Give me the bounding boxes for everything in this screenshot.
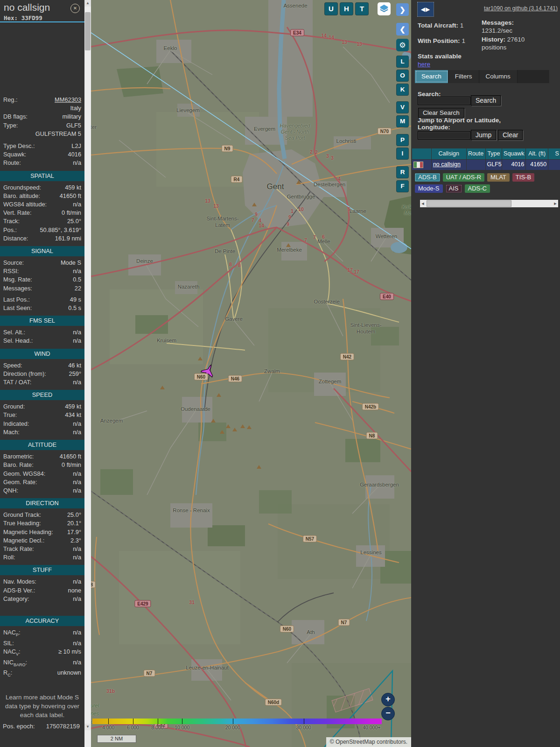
detail-label: Category: [3,595,29,603]
osm-attribution[interactable]: © OpenStreetMap contributors. [326,737,411,747]
map-button-u[interactable]: U [325,3,337,15]
sidebar-scrollbar[interactable]: ▲ ▼ [84,0,91,747]
search-button[interactable]: Search [471,95,501,106]
clear-search-button[interactable]: Clear Search [418,108,464,118]
scroll-down-icon[interactable]: ▼ [84,724,91,730]
map-button-p[interactable]: P [397,134,408,146]
detail-value: n/a [73,658,81,669]
search-input[interactable] [418,97,470,105]
map-button-v[interactable]: V [397,102,408,113]
detail-value[interactable]: MM62303 [55,96,81,104]
detail-row: Ground Track:25.0° [0,511,84,519]
tab-filters[interactable]: Filters [448,70,479,83]
detail-value: 41650 ft [60,192,81,200]
table-horizontal-scrollbar[interactable]: ◄ ► [420,200,558,207]
badge-mode-s[interactable]: Mode-S [415,184,443,193]
map-button-k[interactable]: K [397,84,408,95]
panel-toggle-button[interactable]: ◀▶ [418,2,434,16]
detail-row: TAT / OAT:n/a [0,378,84,387]
jump-button[interactable]: Jump [471,130,496,140]
aircraft-table: CallsignRouteTypeSquawkAlt. (ft)S no cal… [412,148,560,170]
map-button-o[interactable]: O [397,70,408,81]
expand-right-button[interactable]: ❯ [396,3,409,16]
section-header: SPEED [0,390,84,400]
detail-value: n/a [73,428,81,437]
detail-label: Sel. Head.: [3,337,33,345]
jump-label: Jump to Airport or Latitude, Longitude: [418,117,534,131]
tab-columns[interactable]: Columns [479,70,518,83]
hscroll-thumb[interactable] [427,200,511,207]
detail-label: Roll: [3,553,15,562]
map-button-m[interactable]: M [397,116,408,127]
messages-label: Messages: [482,19,514,26]
detail-row: Squawk:4016 [0,150,84,159]
badge-tis-b[interactable]: TIS-B [512,173,534,182]
detail-value: 41650 ft [60,452,81,461]
callsign-link[interactable]: no callsign [433,161,461,168]
detail-row: Route:n/a [0,159,84,167]
map-button-f[interactable]: F [397,181,408,192]
badge-uat-ads-r[interactable]: UAT / ADS-R [443,173,484,182]
layers-button[interactable] [378,2,391,15]
column-header[interactable]: Type [486,148,502,159]
source-type-legend: ADS-BUAT / ADS-RMLATTIS-BMode-SAISADS-C [415,173,555,195]
detail-value: n/a [73,639,81,648]
callsign-cell[interactable]: no callsign [432,160,466,170]
scroll-left-icon[interactable]: ◄ [420,200,426,207]
badge-row: Mode-SAISADS-C [415,184,555,194]
italy-flag-icon [413,162,423,168]
scrollbar-thumb[interactable] [85,12,91,50]
detail-value: n/a [73,470,81,478]
detail-value: 0.5 [73,275,81,284]
badge-ads-c[interactable]: ADS-C [465,184,490,193]
settings-button[interactable]: ⚙ [396,39,409,51]
zoom-in-button[interactable]: + [381,693,395,706]
badge-mlat[interactable]: MLAT [487,173,510,182]
detail-label: Sel. Alt.: [3,328,25,337]
map-canvas[interactable]: AssenedeEeklolterLievegemEvergemHavengeb… [91,0,411,747]
detail-row: Barometric:41650 ft [0,452,84,461]
detail-label: Msg. Rate: [3,275,32,284]
map-button-l[interactable]: L [397,56,408,67]
stats-available: Stats available here [418,52,481,68]
map-button-h[interactable]: H [340,3,353,15]
detail-value: n/a [73,420,81,428]
column-header[interactable]: Route [467,148,485,159]
map-button-i[interactable]: I [397,148,408,159]
column-header[interactable]: Squawk [502,148,525,159]
column-header[interactable]: Callsign [432,148,466,159]
detail-row: Baro. Rate:0 ft/min [0,461,84,469]
left-right-arrows-icon: ◀▶ [421,6,430,13]
clear-jump-button[interactable]: Clear [498,130,523,140]
column-header[interactable] [412,148,431,159]
column-header[interactable]: Alt. (ft) [526,148,548,159]
detail-label: Messages: [3,284,32,293]
detail-row: Roll:n/a [0,553,84,562]
detail-row: Reg.:MM62303 [0,96,84,104]
section-header: WIND [0,349,84,359]
detail-label: Mach: [3,428,20,437]
jump-input[interactable] [418,131,470,140]
detail-row: Sel. Alt.:n/a [0,328,84,337]
map-button-r[interactable]: R [397,167,408,178]
detail-row: True:434 kt [0,411,84,419]
badge-ads-b[interactable]: ADS-B [415,173,440,182]
zoom-out-button[interactable]: − [381,707,395,720]
tab-search[interactable]: Search [415,70,448,83]
detail-row: Vert. Rate:0 ft/min [0,209,84,217]
detail-row: Mach:n/a [0,428,84,437]
scroll-right-icon[interactable]: ► [553,200,558,207]
detail-row: WGS84 altitude:n/a [0,200,84,209]
collapse-left-button[interactable]: ❮ [396,23,409,35]
scroll-up-icon[interactable]: ▲ [84,0,91,7]
close-icon[interactable]: ✕ [70,4,80,13]
aircraft-table-row[interactable]: no callsign GLF5 4016 41650 [412,160,560,170]
detail-label: Magnetic Decl.: [3,536,44,545]
badge-ais[interactable]: AIS [446,184,462,193]
detail-value: none [68,586,81,595]
map-button-t[interactable]: T [356,3,368,15]
tar1090-github-link[interactable]: tar1090 on github (3.14.1741) [484,5,558,12]
stats-here-link[interactable]: here [418,61,430,68]
map-base-art [91,0,411,747]
column-header[interactable]: S [548,148,560,159]
